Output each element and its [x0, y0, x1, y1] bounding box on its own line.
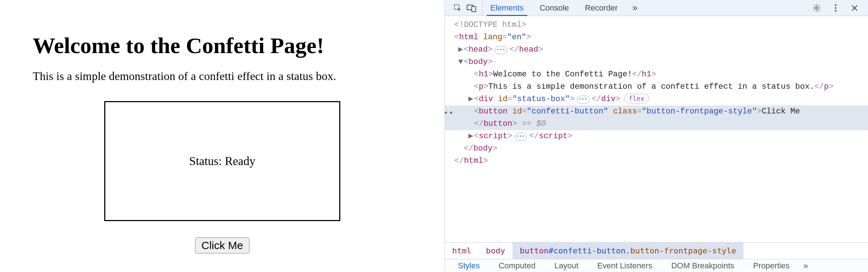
subtab-styles[interactable]: Styles	[449, 261, 489, 271]
svg-point-4	[835, 4, 836, 5]
svg-rect-2	[472, 7, 476, 12]
expand-icon[interactable]: ▶	[465, 130, 473, 143]
subtab-event-listeners[interactable]: Event Listeners	[588, 261, 662, 271]
page-body: Welcome to the Confetti Page! This is a …	[0, 0, 445, 253]
subtab-dom-breakpoints[interactable]: DOM Breakpoints	[662, 261, 744, 271]
ellipsis-badge[interactable]	[515, 133, 527, 141]
dom-button-close[interactable]: </button> == $0	[445, 118, 868, 130]
gear-icon[interactable]	[811, 2, 823, 14]
status-text: Status: Ready	[189, 155, 255, 168]
devtools-left-tools	[445, 0, 482, 16]
kebab-menu-icon[interactable]	[830, 2, 842, 14]
inspect-element-icon[interactable]	[451, 2, 464, 14]
dom-statusbox[interactable]: ▶<div id="status-box"></div>flex	[445, 93, 868, 105]
dom-head[interactable]: ▶<head></head>	[445, 44, 868, 56]
breadcrumb-button[interactable]: button#confetti-button.button-frontpage-…	[512, 243, 743, 259]
dom-body-open[interactable]: ▼<body>	[445, 56, 868, 68]
subtab-computed[interactable]: Computed	[489, 261, 545, 271]
dom-script[interactable]: ▶<script></script>	[445, 130, 868, 143]
dom-tree[interactable]: <!DOCTYPE html> <html lang="en"> ▶<head>…	[445, 16, 868, 242]
breadcrumb-body[interactable]: body	[479, 243, 512, 259]
devtools-tabbar: Elements Console Recorder »	[445, 0, 868, 16]
breadcrumb-html[interactable]: html	[445, 243, 479, 259]
subtab-layout[interactable]: Layout	[545, 261, 588, 271]
close-icon[interactable]	[848, 2, 861, 14]
ellipsis-badge[interactable]	[495, 46, 507, 54]
svg-point-6	[835, 10, 836, 11]
tab-console[interactable]: Console	[532, 0, 577, 16]
svg-point-5	[835, 7, 836, 8]
dom-h1[interactable]: <h1>Welcome to the Confetti Page!</h1>	[445, 68, 868, 81]
breadcrumb: html body button#confetti-button.button-…	[445, 242, 868, 259]
page-description: This is a simple demonstration of a conf…	[33, 69, 336, 83]
page-title: Welcome to the Confetti Page!	[33, 33, 324, 59]
dom-body-close[interactable]: </body>	[445, 143, 868, 155]
breadcrumb-id: #confetti-button	[548, 246, 625, 255]
expand-icon[interactable]: ▶	[454, 44, 463, 56]
tab-more[interactable]: »	[626, 0, 644, 16]
dom-html-open[interactable]: <html lang="en">	[445, 31, 868, 44]
ellipsis-badge[interactable]	[577, 96, 589, 104]
status-box: Status: Ready	[104, 101, 340, 221]
subtab-more[interactable]: »	[799, 261, 812, 271]
dom-p[interactable]: <p>This is a simple demonstration of a c…	[445, 81, 868, 93]
dom-button-open[interactable]: •••<button id="confetti-button" class="b…	[445, 105, 868, 118]
expand-icon[interactable]: ▶	[465, 93, 473, 105]
dom-html-close[interactable]: </html>	[445, 155, 868, 167]
click-me-button[interactable]: Click Me	[195, 237, 249, 253]
collapse-icon[interactable]: ▼	[454, 56, 463, 68]
styles-tabbar: Styles Computed Layout Event Listeners D…	[445, 259, 868, 272]
svg-point-3	[816, 7, 818, 9]
dom-doctype[interactable]: <!DOCTYPE html>	[445, 19, 868, 31]
breadcrumb-class: .button-frontpage-style	[625, 246, 736, 255]
devtools-panel: Elements Console Recorder »	[445, 0, 868, 272]
devtools-right-tools	[803, 0, 868, 16]
flex-badge[interactable]: flex	[624, 94, 649, 103]
page-preview: Welcome to the Confetti Page! This is a …	[0, 0, 445, 272]
breadcrumb-tag: button	[520, 246, 548, 255]
device-toolbar-icon[interactable]	[465, 2, 478, 14]
tab-recorder[interactable]: Recorder	[577, 0, 625, 16]
tab-elements[interactable]: Elements	[482, 0, 532, 16]
subtab-properties[interactable]: Properties	[744, 261, 799, 271]
